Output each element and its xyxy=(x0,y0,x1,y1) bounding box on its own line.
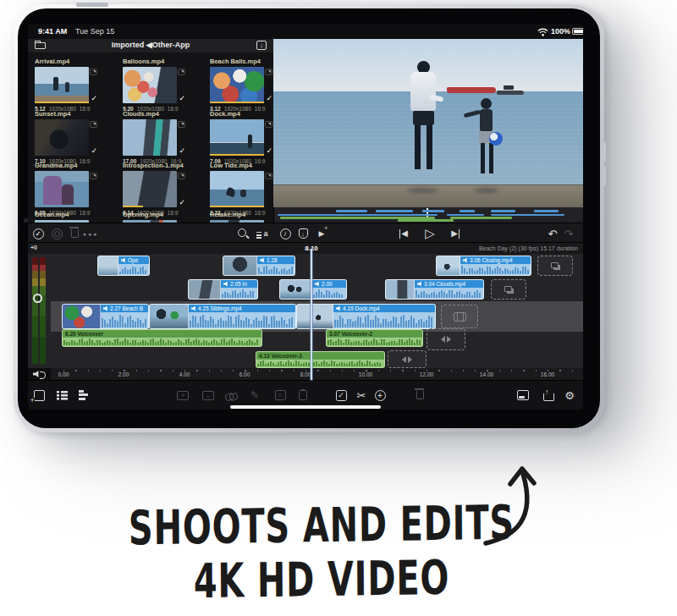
media-clip-arrival[interactable]: Arrival.mp4 ✓ 5.121920x108016:9 xyxy=(35,58,113,112)
storyboard-icon[interactable] xyxy=(54,388,69,403)
safe-area-icon[interactable]: ↓ xyxy=(296,227,310,240)
playhead[interactable] xyxy=(311,249,312,380)
share-icon[interactable] xyxy=(540,388,555,403)
skip-back-icon[interactable]: ◀ xyxy=(397,227,410,240)
link-icon[interactable] xyxy=(223,388,239,403)
clip-name: Low Tide.mp4 xyxy=(210,162,273,169)
record-icon[interactable] xyxy=(50,227,63,240)
library-title[interactable]: Imported ◀Other-App xyxy=(28,41,273,49)
media-clip-clouds[interactable]: Clouds.mp4 ✓ 17.001920x108016:9 xyxy=(123,110,201,164)
sort-icon[interactable]: a xyxy=(256,227,269,240)
media-clip-retake[interactable]: Retake.mp4 xyxy=(210,211,273,223)
clip-thumbnail: ✓ xyxy=(35,119,89,156)
media-clip-sunset[interactable]: Sunset.mp4 ✓ 7.101920x108016:9 xyxy=(35,110,113,164)
timeline-clip-200[interactable]: 2.00 xyxy=(279,279,347,300)
clip-thumbnail: ✓ xyxy=(123,119,177,156)
redo-icon[interactable]: ↷ xyxy=(562,227,575,240)
audio-placeholder[interactable] xyxy=(427,328,465,350)
volume-up-button[interactable] xyxy=(603,142,606,162)
speaker-icon[interactable] xyxy=(33,370,43,378)
transition-placeholder[interactable] xyxy=(491,279,526,300)
app-screen: 9:41 AM Tue Sep 15 100% Imported ◀Other-… xyxy=(28,24,583,410)
checkmark-icon: ✓ xyxy=(266,94,272,102)
clock: 9:41 AM xyxy=(38,27,67,36)
media-badge-icon xyxy=(90,69,97,75)
media-clip-balloons[interactable]: Balloons.mp4 ✓ 9.201920x108016:9 xyxy=(123,58,201,112)
settings-gear-icon[interactable]: ⚙ xyxy=(562,388,577,403)
status-bar: 9:41 AM Tue Sep 15 100% xyxy=(28,24,583,39)
ruler-tick: 6.00 xyxy=(234,371,256,377)
media-library: Imported ◀Other-App ↓ Arrival.mp4 ✓ 5.12… xyxy=(28,39,273,223)
preview-man-figure xyxy=(407,61,439,188)
power-button[interactable] xyxy=(76,3,108,7)
cut-icon[interactable]: ✂ xyxy=(354,388,369,403)
timeline-clip-closing[interactable]: 3.06 Closing.mp4 xyxy=(436,256,531,276)
clip-name: Sunset.mp4 xyxy=(35,110,113,118)
add-to-timeline-icon[interactable] xyxy=(31,388,47,403)
video-preview[interactable] xyxy=(273,39,583,207)
time-ruler[interactable]: 0.00 2.00 4.00 6.00 8.00 10.00 12.00 14.… xyxy=(51,368,583,380)
timeline-audio-voiceover[interactable]: 6.20 Voiceover xyxy=(62,329,262,347)
timeline-overview[interactable] xyxy=(273,207,583,223)
date: Tue Sep 15 xyxy=(75,27,114,36)
add-marker-icon[interactable]: ▶ xyxy=(315,227,328,240)
timeline-clip-128[interactable]: 1.28 xyxy=(223,256,295,276)
delete-icon[interactable] xyxy=(412,388,427,403)
checkmark-icon: ✓ xyxy=(91,146,97,155)
export-media-icon[interactable] xyxy=(515,388,531,403)
media-clip-dock[interactable]: Dock.mp4 ✓ 7.091920x108016:9 xyxy=(210,110,273,164)
info-icon[interactable]: i xyxy=(278,227,292,240)
volume-knob[interactable] xyxy=(33,294,42,303)
transition-placeholder[interactable] xyxy=(537,256,573,276)
video-placeholder[interactable] xyxy=(441,305,478,328)
timeline-clip-siblings[interactable]: 4.25 Siblings.mp4 xyxy=(149,304,296,329)
import-icon[interactable]: ↓ xyxy=(256,41,267,50)
ipad-device: 9:41 AM Tue Sep 15 100% Imported ◀Other-… xyxy=(14,4,604,432)
library-trash-icon[interactable] xyxy=(68,227,81,240)
media-badge-icon xyxy=(178,69,185,75)
edit-pencil-icon[interactable]: ✎ xyxy=(247,388,262,403)
timeline-audio-voiceover2[interactable]: 3.07 Voiceover-2 xyxy=(326,329,423,347)
insert-icon[interactable]: + xyxy=(175,388,190,403)
play-icon[interactable]: ▷ xyxy=(423,227,437,240)
media-clip-grandma[interactable]: Grandma.mp4 6.091920x108016:9 xyxy=(35,162,113,216)
timeline-clip-beach-balls[interactable]: 2.27 Beach B xyxy=(62,304,149,329)
media-badge-icon xyxy=(265,69,272,75)
wifi-icon xyxy=(537,28,548,36)
checkmark-icon: ✓ xyxy=(91,94,97,102)
timeline-clip-opening[interactable]: Ope xyxy=(97,256,150,276)
track-layout-icon[interactable] xyxy=(77,388,92,403)
media-clip-ocean[interactable]: Ocean.mp4 xyxy=(35,211,113,223)
clip-thumbnail xyxy=(210,171,264,207)
page: 9:41 AM Tue Sep 15 100% Imported ◀Other-… xyxy=(0,0,677,616)
library-header: Imported ◀Other-App ↓ xyxy=(28,39,273,52)
more-options-icon[interactable]: ●●● xyxy=(84,227,97,240)
media-clip-opening[interactable]: Opening.mp4 xyxy=(123,211,201,223)
skip-forward-icon[interactable]: ▶ xyxy=(449,227,462,240)
clipboard-icon[interactable] xyxy=(295,388,311,403)
media-badge-icon xyxy=(265,121,272,128)
caption: SHOOTS AND EDITS 4K HD VIDEO xyxy=(0,501,643,604)
timeline-audio-voiceover3[interactable]: 4.13 Voiceover-3 xyxy=(256,351,385,368)
clip-name: Beach Balls.mp4 xyxy=(210,58,273,65)
timeline-clip-clouds[interactable]: 3.04 Clouds.mp4 xyxy=(385,279,484,300)
preview-ball xyxy=(489,132,503,146)
volume-down-button[interactable] xyxy=(603,166,606,186)
home-indicator[interactable] xyxy=(230,405,381,409)
multi-select-icon[interactable]: ✓ xyxy=(31,227,45,240)
audio-placeholder[interactable] xyxy=(388,350,427,368)
overwrite-icon[interactable]: ↔ xyxy=(201,388,216,403)
media-clip-beach-balls[interactable]: Beach Balls.mp4 ✓ 3.121920x108016:9 xyxy=(210,58,273,112)
clip-thumbnail: ✓ xyxy=(123,171,177,207)
select-icon[interactable]: ✓ xyxy=(333,388,349,403)
media-clip-introspection[interactable]: Introspection-1.mp4 ✓ 6.141920x108016:9 xyxy=(123,162,201,216)
battery-percent: 100% xyxy=(551,27,570,36)
timeline-clip-introspection[interactable]: 2.05 In xyxy=(188,279,258,300)
add-icon[interactable]: + xyxy=(372,388,388,403)
media-clip-low-tide[interactable]: Low Tide.mp4 2.221920x108016:9 xyxy=(210,162,273,216)
undo-icon[interactable]: ↶ xyxy=(546,227,559,240)
favorite-box-icon[interactable]: ☆ xyxy=(272,388,288,403)
search-icon[interactable] xyxy=(236,227,250,240)
timeline-clip-dock[interactable]: 4.19 Dock.mp4 xyxy=(296,304,436,329)
caption-line2: 4K HD VIDEO xyxy=(64,548,579,611)
